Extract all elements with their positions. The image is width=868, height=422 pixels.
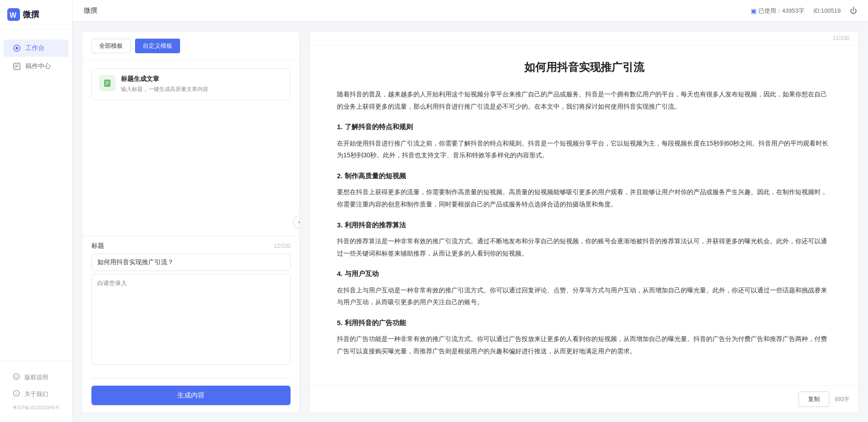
section-title: 3. 利用抖音的推荐算法 bbox=[337, 219, 831, 232]
sidebar-item-copyright-label: 版权说明 bbox=[25, 373, 48, 382]
article-paragraph: 在开始使用抖音进行推广引流之前，你需要了解抖音的特点和规则。抖音是一个短视频分享… bbox=[337, 137, 831, 161]
header-right: ▣ 已使用：43953字 ID:100519 ⏻ bbox=[751, 7, 857, 15]
sidebar-item-drafts-label: 稿件中心 bbox=[25, 62, 51, 70]
generate-button[interactable]: 生成内容 bbox=[91, 386, 291, 405]
logo-text: 微撰 bbox=[23, 9, 39, 20]
form-label-row: 标题 12/100 bbox=[91, 236, 291, 254]
form-divider bbox=[91, 378, 291, 378]
document-icon bbox=[103, 79, 112, 88]
icp-text: 粤ICP备2022016946号 bbox=[0, 403, 72, 415]
template-card[interactable]: 标题生成文章 输入标题，一键生成高质量文章内容 bbox=[91, 68, 291, 100]
header-title: 微撰 bbox=[84, 6, 97, 15]
sidebar: W 微撰 工作台 稿件中心 bbox=[0, 0, 73, 422]
workbench-icon bbox=[13, 44, 21, 52]
article-body: 随着抖音的普及，越来越多的人开始利用这个短视频分享平台来推广自己的产品或服务。抖… bbox=[337, 88, 831, 357]
svg-point-3 bbox=[15, 47, 18, 50]
about-icon: i bbox=[13, 390, 20, 398]
sidebar-item-about-label: 关于我们 bbox=[25, 390, 48, 398]
article-paragraph: 在抖音上与用户互动是一种非常有效的推广引流方式。你可以通过回复评论、点赞、分享等… bbox=[337, 284, 831, 308]
user-id: ID:100519 bbox=[813, 7, 841, 14]
char-count: 12/100 bbox=[274, 243, 291, 249]
word-count: 693字 bbox=[835, 396, 849, 403]
usage-counter: ▣ 已使用：43953字 bbox=[751, 7, 804, 15]
svg-text:W: W bbox=[10, 11, 17, 19]
right-panel-header: 11/100 bbox=[310, 31, 858, 45]
article-paragraph: 随着抖音的普及，越来越多的人开始利用这个短视频分享平台来推广自己的产品或服务。抖… bbox=[337, 88, 831, 112]
sidebar-item-drafts[interactable]: 稿件中心 bbox=[4, 58, 69, 75]
section-title: 5. 利用抖音的广告功能 bbox=[337, 316, 831, 330]
template-list: 标题生成文章 输入标题，一键生成高质量文章内容 bbox=[82, 61, 300, 236]
tab-custom-templates[interactable]: 自定义模板 bbox=[135, 39, 180, 53]
right-footer: 复制 693字 bbox=[310, 386, 858, 412]
usage-text: 已使用：43953字 bbox=[758, 7, 804, 15]
section-title: 4. 与用户互动 bbox=[337, 267, 831, 281]
sidebar-bottom: © 版权说明 i 关于我们 粤ICP备2022016946号 bbox=[0, 361, 72, 422]
article-paragraph: 要想在抖音上获得更多的流量，你需要制作高质量的短视频。高质量的短视频能够吸引更多… bbox=[337, 186, 831, 210]
form-label: 标题 bbox=[91, 242, 104, 250]
title-input[interactable] bbox=[91, 254, 291, 271]
form-section: 标题 12/100 bbox=[82, 236, 300, 373]
sidebar-item-about[interactable]: i 关于我们 bbox=[4, 386, 69, 402]
template-info: 标题生成文章 输入标题，一键生成高质量文章内容 bbox=[121, 75, 283, 93]
panel-tabs: 全部模板 自定义模板 bbox=[82, 31, 300, 61]
svg-text:©: © bbox=[15, 375, 18, 379]
article-paragraph: 抖音的广告功能是一种非常有效的推广引流方式。你可以通过广告投放来让更多的人看到你… bbox=[337, 333, 831, 357]
main: 微撰 ▣ 已使用：43953字 ID:100519 ⏻ 全部模板 自定义模板 bbox=[73, 0, 868, 422]
logo-icon: W bbox=[7, 8, 20, 21]
sidebar-item-workbench[interactable]: 工作台 bbox=[4, 40, 69, 57]
sidebar-item-workbench-label: 工作台 bbox=[25, 44, 45, 52]
svg-text:i: i bbox=[16, 392, 17, 396]
drafts-icon bbox=[13, 62, 21, 70]
section-title: 1. 了解抖音的特点和规则 bbox=[337, 121, 831, 134]
template-icon-box bbox=[99, 75, 115, 91]
page-count: 11/100 bbox=[833, 35, 849, 41]
template-name: 标题生成文章 bbox=[121, 75, 283, 83]
content-area: 全部模板 自定义模板 标题生成文章 bbox=[73, 22, 868, 422]
sidebar-item-copyright[interactable]: © 版权说明 bbox=[4, 369, 69, 385]
content-textarea[interactable] bbox=[91, 274, 291, 365]
tab-all-templates[interactable]: 全部模板 bbox=[91, 39, 130, 53]
article-content: 如何用抖音实现推广引流 随着抖音的普及，越来越多的人开始利用这个短视频分享平台来… bbox=[310, 45, 858, 386]
copyright-icon: © bbox=[13, 373, 20, 382]
section-title: 2. 制作高质量的短视频 bbox=[337, 170, 831, 183]
power-icon[interactable]: ⏻ bbox=[850, 7, 857, 15]
left-panel: 全部模板 自定义模板 标题生成文章 bbox=[82, 31, 300, 413]
article-title: 如何用抖音实现推广引流 bbox=[337, 59, 831, 75]
sidebar-logo: W 微撰 bbox=[0, 0, 72, 30]
copy-button[interactable]: 复制 bbox=[798, 392, 829, 407]
right-panel: 11/100 如何用抖音实现推广引流 随着抖音的普及，越来越多的人开始利用这个短… bbox=[309, 31, 859, 413]
sidebar-nav: 工作台 稿件中心 bbox=[0, 30, 72, 361]
counter-icon: ▣ bbox=[751, 7, 757, 15]
header: 微撰 ▣ 已使用：43953字 ID:100519 ⏻ bbox=[73, 0, 868, 22]
article-paragraph: 抖音的推荐算法是一种非常有效的推广引流方式。通过不断地发布和分享自己的短视频，你… bbox=[337, 235, 831, 259]
template-desc: 输入标题，一键生成高质量文章内容 bbox=[121, 85, 283, 93]
